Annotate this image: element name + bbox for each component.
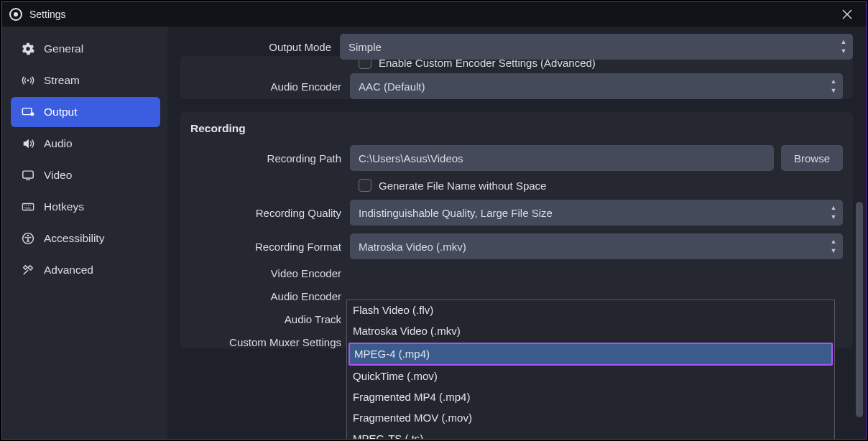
format-option-mkv[interactable]: Matroska Video (.mkv) bbox=[347, 321, 834, 342]
recording-format-select[interactable]: Matroska Video (.mkv) ▲▼ bbox=[350, 233, 843, 259]
sidebar-item-advanced[interactable]: Advanced bbox=[11, 255, 160, 285]
sidebar-item-label: Output bbox=[44, 106, 78, 119]
svg-point-0 bbox=[27, 80, 29, 82]
accessibility-icon bbox=[21, 231, 35, 246]
audio-encoder-label-2: Audio Encoder bbox=[190, 290, 350, 302]
format-option-fmov[interactable]: Fragmented MOV (.mov) bbox=[347, 408, 834, 429]
recording-section-title: Recording bbox=[190, 122, 843, 135]
svg-rect-1 bbox=[22, 108, 32, 115]
sidebar-item-general[interactable]: General bbox=[11, 34, 160, 64]
svg-rect-3 bbox=[23, 171, 33, 178]
tools-icon bbox=[21, 263, 35, 277]
sidebar-item-audio[interactable]: Audio bbox=[11, 129, 160, 159]
format-option-flv[interactable]: Flash Video (.flv) bbox=[347, 300, 834, 321]
sidebar-item-label: Stream bbox=[44, 74, 80, 87]
svg-rect-4 bbox=[22, 204, 33, 210]
window-title: Settings bbox=[29, 9, 66, 20]
audio-encoder-select[interactable]: AAC (Default) ▲▼ bbox=[350, 73, 843, 99]
sidebar-item-label: General bbox=[44, 42, 83, 55]
sidebar-item-label: Audio bbox=[44, 137, 73, 150]
format-option-mp4[interactable]: MPEG-4 (.mp4) bbox=[348, 343, 833, 366]
app-icon bbox=[9, 8, 22, 21]
antenna-icon bbox=[21, 73, 35, 88]
recording-format-label: Recording Format bbox=[190, 241, 350, 253]
format-option-ts[interactable]: MPEG-TS (.ts) bbox=[347, 429, 834, 440]
output-icon bbox=[21, 105, 35, 119]
format-option-mov[interactable]: QuickTime (.mov) bbox=[347, 366, 834, 387]
output-mode-label: Output Mode bbox=[180, 41, 340, 53]
output-mode-select[interactable]: Simple ▲▼ bbox=[340, 34, 853, 60]
sidebar-item-stream[interactable]: Stream bbox=[11, 65, 160, 96]
scrollbar[interactable] bbox=[856, 202, 863, 439]
audio-encoder-label: Audio Encoder bbox=[190, 80, 350, 93]
titlebar: Settings bbox=[2, 2, 866, 27]
sidebar-item-label: Hotkeys bbox=[44, 200, 84, 213]
audio-track-label: Audio Track bbox=[190, 313, 350, 325]
custom-muxer-label: Custom Muxer Settings bbox=[190, 336, 350, 348]
monitor-icon bbox=[21, 168, 35, 182]
filename-nospace-checkbox[interactable] bbox=[359, 179, 371, 192]
close-button[interactable] bbox=[836, 3, 859, 26]
browse-button[interactable]: Browse bbox=[781, 145, 843, 171]
filename-nospace-label: Generate File Name without Space bbox=[379, 180, 546, 192]
recording-path-label: Recording Path bbox=[190, 152, 350, 164]
recording-format-dropdown: Flash Video (.flv) Matroska Video (.mkv)… bbox=[346, 300, 835, 439]
recording-quality-label: Recording Quality bbox=[190, 207, 350, 219]
sidebar-item-label: Video bbox=[44, 169, 72, 182]
sidebar-item-hotkeys[interactable]: Hotkeys bbox=[11, 192, 160, 222]
sidebar-item-output[interactable]: Output bbox=[11, 97, 160, 127]
svg-point-6 bbox=[27, 235, 29, 237]
close-icon bbox=[842, 9, 852, 19]
gear-icon bbox=[21, 42, 35, 56]
sidebar-item-label: Advanced bbox=[44, 264, 93, 277]
sidebar: General Stream Output Audio Video Hotkey… bbox=[2, 27, 167, 439]
recording-path-input[interactable]: C:\Users\Asus\Videos bbox=[350, 145, 774, 171]
sidebar-item-label: Accessibility bbox=[44, 232, 104, 245]
keyboard-icon bbox=[21, 200, 35, 214]
sidebar-item-video[interactable]: Video bbox=[11, 160, 160, 190]
format-option-fmp4[interactable]: Fragmented MP4 (.mp4) bbox=[347, 387, 834, 408]
sidebar-item-accessibility[interactable]: Accessibility bbox=[11, 223, 160, 254]
recording-quality-select[interactable]: Indistinguishable Quality, Large File Si… bbox=[350, 200, 843, 226]
content-pane: Output Mode Simple ▲▼ Enable Custom Enco… bbox=[167, 27, 866, 439]
video-encoder-label: Video Encoder bbox=[190, 267, 350, 279]
scrollbar-thumb[interactable] bbox=[856, 202, 863, 417]
speaker-icon bbox=[21, 136, 35, 151]
svg-point-2 bbox=[30, 112, 34, 116]
